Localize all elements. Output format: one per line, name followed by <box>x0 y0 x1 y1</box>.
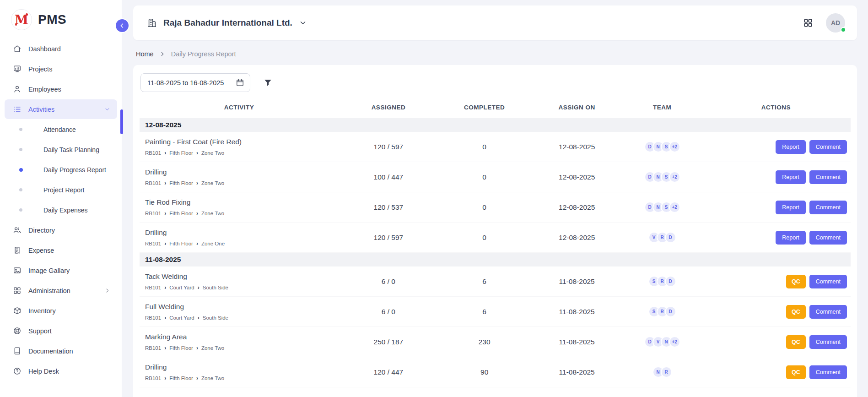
company-selector[interactable]: Raja Bahadur International Ltd. <box>147 18 307 28</box>
path-segment: Zone Two <box>201 180 224 186</box>
sidebar-item-support[interactable]: Support <box>5 321 117 341</box>
sidebar-item-label: Inventory <box>28 307 56 315</box>
activity-title: Marking Area <box>145 333 336 341</box>
report-button[interactable]: Report <box>776 140 806 154</box>
comment-button[interactable]: Comment <box>809 231 847 245</box>
qc-button[interactable]: QC <box>786 275 806 288</box>
path-segment: RB101 <box>145 315 161 321</box>
filter-button[interactable] <box>263 78 273 87</box>
progress-report-table: ACTIVITYASSIGNEDCOMPLETEDASSIGN ONTEAMAC… <box>140 100 851 387</box>
chevron-right-icon: › <box>164 241 166 246</box>
activity-title: Painting - First Coat (Fire Red) <box>145 138 336 146</box>
activity-title: Drilling <box>145 363 336 371</box>
chevron-right-icon: › <box>164 211 166 216</box>
team-overflow-badge: +2 <box>669 336 680 348</box>
sidebar-item-dashboard[interactable]: Dashboard <box>5 39 117 59</box>
sidebar-subitem-daily-expenses[interactable]: Daily Expenses <box>5 200 117 220</box>
sidebar-subitem-daily-progress-report[interactable]: Daily Progress Report <box>5 160 117 179</box>
qc-button[interactable]: QC <box>786 335 806 349</box>
column-header-activity: ACTIVITY <box>140 100 339 118</box>
table-body: 12-08-2025Painting - First Coat (Fire Re… <box>140 118 851 387</box>
apps-grid-button[interactable] <box>803 18 813 28</box>
sidebar-item-documentation[interactable]: Documentation <box>5 341 117 361</box>
completed-value: 6 <box>438 266 531 297</box>
report-button[interactable]: Report <box>776 170 806 184</box>
building-icon <box>147 18 157 28</box>
sidebar-item-help-desk[interactable]: Help Desk <box>5 361 117 381</box>
sidebar-item-label: Image Gallary <box>28 267 70 274</box>
assigned-value: 100 / 447 <box>339 162 438 192</box>
sidebar-item-activities[interactable]: Activities <box>5 99 117 119</box>
people-icon <box>13 226 22 234</box>
sidebar-item-projects[interactable]: Projects <box>5 59 117 79</box>
group-date: 12-08-2025 <box>140 118 851 132</box>
sidebar-item-inventory[interactable]: Inventory <box>5 301 117 321</box>
date-range-input[interactable]: 11-08-2025 to 16-08-2025 <box>140 73 250 92</box>
report-button[interactable]: Report <box>776 201 806 214</box>
path-segment: Fifth Floor <box>169 150 193 156</box>
activity-row: DrillingRB101›Fifth Floor›Zone One120 / … <box>140 223 851 253</box>
chevron-down-icon <box>299 19 307 27</box>
comment-button[interactable]: Comment <box>809 365 847 379</box>
row-actions: QCComment <box>704 365 848 379</box>
grid-icon <box>803 18 813 28</box>
team-avatars: DNS+2 <box>626 171 699 183</box>
path-segment: Fifth Floor <box>169 241 193 246</box>
row-actions: ReportComment <box>704 170 848 184</box>
receipt-icon <box>13 246 22 255</box>
team-avatars: DVN+2 <box>626 336 699 348</box>
team-avatar: D <box>665 276 676 287</box>
user-avatar[interactable]: AD <box>826 13 845 33</box>
chevron-right-icon: › <box>164 345 166 351</box>
sidebar-item-expense[interactable]: Expense <box>5 240 117 260</box>
team-avatars: DNS+2 <box>626 141 699 152</box>
sidebar-subitem-daily-task-planning[interactable]: Daily Task Planning <box>5 140 117 159</box>
chevron-right-icon: › <box>196 375 198 381</box>
completed-value: 230 <box>438 327 531 357</box>
breadcrumb-home[interactable]: Home <box>136 50 154 58</box>
assign-on-value: 11-08-2025 <box>531 327 623 357</box>
bullet-icon <box>19 188 22 191</box>
activity-title: Drilling <box>145 168 336 176</box>
sidebar-item-label: Expense <box>28 247 54 254</box>
assigned-value: 6 / 0 <box>339 266 438 297</box>
company-name: Raja Bahadur International Ltd. <box>163 18 292 28</box>
qc-button[interactable]: QC <box>786 305 806 319</box>
sidebar-item-image-gallary[interactable]: Image Gallary <box>5 261 117 280</box>
column-header-assign-on: ASSIGN ON <box>531 100 623 118</box>
comment-button[interactable]: Comment <box>809 305 847 319</box>
sidebar-item-directory[interactable]: Directory <box>5 220 117 240</box>
path-segment: Fifth Floor <box>169 345 193 351</box>
report-button[interactable]: Report <box>776 231 806 245</box>
funnel-icon <box>263 78 273 87</box>
activity-row: Full WeldingRB101›Court Yard›South Side6… <box>140 297 851 327</box>
sidebar-item-administration[interactable]: Administration <box>5 281 117 300</box>
support-icon <box>13 326 22 335</box>
activity-row: Marking AreaRB101›Fifth Floor›Zone Two25… <box>140 327 851 357</box>
comment-button[interactable]: Comment <box>809 275 847 288</box>
assigned-value: 6 / 0 <box>339 297 438 327</box>
sidebar-subitem-project-report[interactable]: Project Report <box>5 180 117 200</box>
team-avatar: D <box>665 232 676 243</box>
help-icon <box>13 367 22 375</box>
comment-button[interactable]: Comment <box>809 201 847 214</box>
team-avatars: NR <box>626 366 699 378</box>
sidebar-collapse-button[interactable] <box>116 19 129 32</box>
path-segment: RB101 <box>145 180 161 186</box>
completed-value: 0 <box>438 132 531 162</box>
topbar: Raja Bahadur International Ltd. AD <box>133 5 857 40</box>
path-segment: Fifth Floor <box>169 211 193 216</box>
comment-button[interactable]: Comment <box>809 335 847 349</box>
qc-button[interactable]: QC <box>786 365 806 379</box>
comment-button[interactable]: Comment <box>809 170 847 184</box>
row-actions: ReportComment <box>704 201 848 214</box>
sidebar-item-employees[interactable]: Employees <box>5 79 117 99</box>
chevron-right-icon: › <box>198 315 199 321</box>
team-avatar: R <box>661 366 672 378</box>
comment-button[interactable]: Comment <box>809 140 847 154</box>
activity-path: RB101›Fifth Floor›Zone One <box>145 241 336 246</box>
sidebar-subitem-attendance[interactable]: Attendance <box>5 120 117 139</box>
path-segment: RB101 <box>145 211 161 216</box>
assigned-value: 120 / 447 <box>339 357 438 387</box>
sidebar-item-label: Help Desk <box>28 368 59 375</box>
